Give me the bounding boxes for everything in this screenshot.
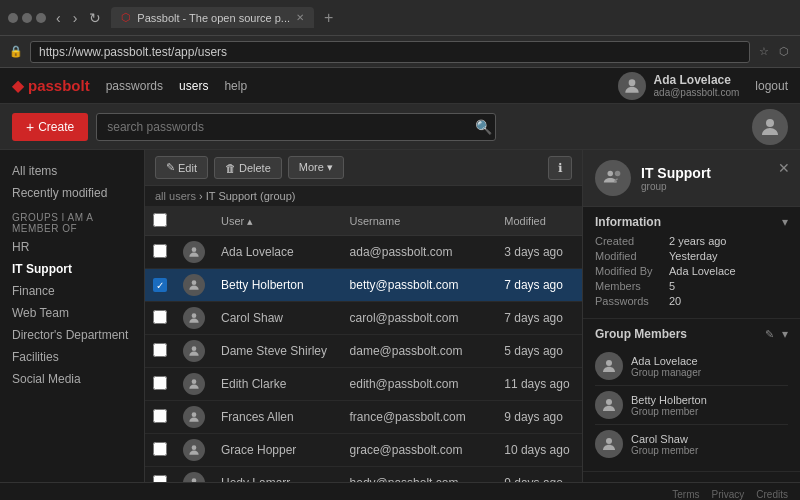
sidebar-item-hr[interactable]: HR	[0, 236, 144, 258]
tab-title: Passbolt - The open source p...	[137, 12, 290, 24]
row-checkbox[interactable]	[153, 376, 167, 390]
footer-privacy[interactable]: Privacy	[712, 489, 745, 500]
row-checkbox-cell[interactable]	[145, 401, 175, 434]
checked-checkbox[interactable]: ✓	[153, 278, 167, 292]
new-tab-button[interactable]: +	[320, 9, 337, 27]
edit-button[interactable]: ✎ Edit	[155, 156, 208, 179]
sidebar-item-facilities[interactable]: Facilities	[0, 346, 144, 368]
svg-point-2	[192, 247, 197, 252]
row-checkbox-cell[interactable]: ✓	[145, 269, 175, 302]
row-avatar-cell	[175, 368, 213, 401]
row-username[interactable]: hedy@passbolt.com	[342, 467, 497, 483]
row-username[interactable]: grace@passbolt.com	[342, 434, 497, 467]
col-user[interactable]: User ▴	[213, 207, 342, 236]
row-modified: 11 days ago	[496, 368, 582, 401]
breadcrumb-all-users[interactable]: all users	[155, 190, 196, 202]
row-checkbox-cell[interactable]	[145, 302, 175, 335]
member-item[interactable]: Betty Holberton Group member	[595, 386, 788, 425]
table-row[interactable]: Carol Shaw carol@passbolt.com 7 days ago	[145, 302, 582, 335]
browser-nav[interactable]: ‹ › ↻	[52, 8, 105, 28]
info-collapse-icon[interactable]: ▾	[782, 215, 788, 229]
sidebar-item-recently-modified[interactable]: Recently modified	[0, 182, 144, 204]
table-row[interactable]: Grace Hopper grace@passbolt.com 10 days …	[145, 434, 582, 467]
row-checkbox[interactable]	[153, 475, 167, 483]
row-checkbox-cell[interactable]	[145, 335, 175, 368]
create-button[interactable]: + Create	[12, 113, 88, 141]
table-row[interactable]: ✓ Betty Holberton betty@passbolt.com 7 d…	[145, 269, 582, 302]
bookmark-icon[interactable]: ☆	[756, 44, 772, 60]
svg-point-8	[192, 445, 197, 450]
svg-point-19	[606, 399, 612, 405]
panel-close-button[interactable]: ✕	[778, 160, 790, 176]
svg-point-1	[766, 119, 774, 127]
nav-help[interactable]: help	[224, 79, 247, 93]
search-button[interactable]: 🔍	[475, 119, 492, 135]
delete-button[interactable]: 🗑 Delete	[214, 157, 282, 179]
nav-users[interactable]: users	[179, 79, 208, 93]
table-row[interactable]: Ada Lovelace ada@passbolt.com 3 days ago	[145, 236, 582, 269]
row-name[interactable]: Dame Steve Shirley	[213, 335, 342, 368]
table-row[interactable]: Edith Clarke edith@passbolt.com 11 days …	[145, 368, 582, 401]
row-name[interactable]: Edith Clarke	[213, 368, 342, 401]
row-checkbox[interactable]	[153, 244, 167, 258]
row-name[interactable]: Carol Shaw	[213, 302, 342, 335]
row-name[interactable]: Betty Holberton	[213, 269, 342, 302]
table-row[interactable]: Dame Steve Shirley dame@passbolt.com 5 d…	[145, 335, 582, 368]
row-checkbox-cell[interactable]	[145, 434, 175, 467]
row-checkbox[interactable]	[153, 409, 167, 423]
members-collapse-icon[interactable]: ▾	[782, 327, 788, 341]
forward-button[interactable]: ›	[69, 8, 82, 28]
row-username[interactable]: carol@passbolt.com	[342, 302, 497, 335]
row-username[interactable]: ada@passbolt.com	[342, 236, 497, 269]
sidebar-item-all-items[interactable]: All items	[0, 160, 144, 182]
edit-label: Edit	[178, 162, 197, 174]
row-name[interactable]: Ada Lovelace	[213, 236, 342, 269]
svg-point-9	[192, 478, 197, 482]
header-user-icon	[758, 115, 782, 139]
browser-tab[interactable]: ⬡ Passbolt - The open source p... ✕	[111, 7, 314, 28]
row-name[interactable]: Frances Allen	[213, 401, 342, 434]
row-checkbox-cell[interactable]	[145, 368, 175, 401]
row-checkbox-cell[interactable]	[145, 467, 175, 483]
sidebar-item-social-media[interactable]: Social Media	[0, 368, 144, 390]
sidebar-item-directors-dept[interactable]: Director's Department	[0, 324, 144, 346]
nav-links: passwords users help	[106, 79, 247, 93]
back-button[interactable]: ‹	[52, 8, 65, 28]
search-input[interactable]	[96, 113, 496, 141]
sidebar-item-it-support[interactable]: IT Support	[0, 258, 144, 280]
panel-title-wrap: IT Support group	[641, 165, 711, 192]
row-username[interactable]: betty@passbolt.com	[342, 269, 497, 302]
table-row[interactable]: Hedy Lamarr hedy@passbolt.com 9 days ago	[145, 467, 582, 483]
users-table: User ▴ Username Modified Ada Lovelace ad…	[145, 207, 582, 482]
sidebar-item-web-team[interactable]: Web Team	[0, 302, 144, 324]
footer-terms[interactable]: Terms	[672, 489, 699, 500]
delete-label: Delete	[239, 162, 271, 174]
nav-passwords[interactable]: passwords	[106, 79, 163, 93]
row-checkbox-cell[interactable]	[145, 236, 175, 269]
row-name[interactable]: Hedy Lamarr	[213, 467, 342, 483]
tab-close[interactable]: ✕	[296, 12, 304, 23]
row-username[interactable]: edith@passbolt.com	[342, 368, 497, 401]
member-item[interactable]: Carol Shaw Group member	[595, 425, 788, 463]
nav-user-email: ada@passbolt.com	[654, 87, 740, 98]
info-button[interactable]: ℹ	[548, 156, 572, 180]
row-checkbox[interactable]	[153, 442, 167, 456]
table-row[interactable]: Frances Allen france@passbolt.com 9 days…	[145, 401, 582, 434]
more-label: More ▾	[299, 161, 333, 174]
address-bar[interactable]	[30, 41, 750, 63]
right-panel: IT Support group ✕ Information ▾ Created…	[582, 150, 800, 482]
row-username[interactable]: dame@passbolt.com	[342, 335, 497, 368]
member-item[interactable]: Ada Lovelace Group manager	[595, 347, 788, 386]
extensions-icon[interactable]: ⬡	[776, 44, 792, 60]
sidebar-item-finance[interactable]: Finance	[0, 280, 144, 302]
refresh-button[interactable]: ↻	[85, 8, 105, 28]
select-all-checkbox[interactable]	[153, 213, 167, 227]
row-name[interactable]: Grace Hopper	[213, 434, 342, 467]
row-checkbox[interactable]	[153, 343, 167, 357]
row-checkbox[interactable]	[153, 310, 167, 324]
footer-credits[interactable]: Credits	[756, 489, 788, 500]
row-username[interactable]: france@passbolt.com	[342, 401, 497, 434]
members-edit-icon[interactable]: ✎	[765, 328, 774, 341]
more-button[interactable]: More ▾	[288, 156, 344, 179]
logout-button[interactable]: logout	[755, 79, 788, 93]
